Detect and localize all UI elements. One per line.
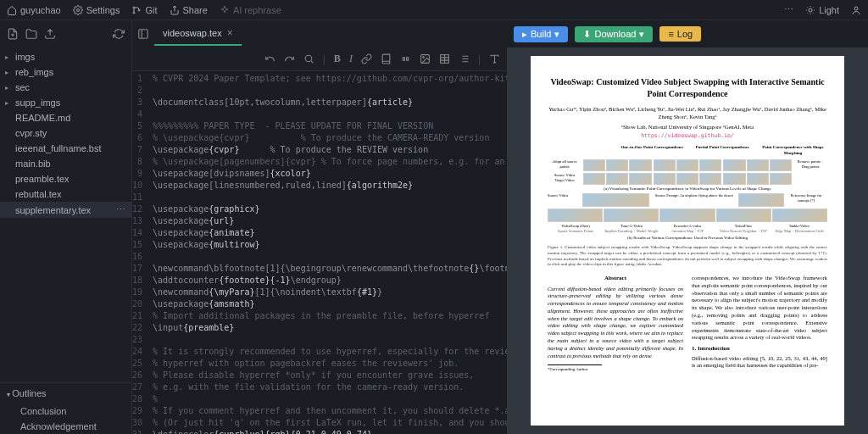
more-menu[interactable]: ⋯ <box>784 4 793 15</box>
sidebar-toolbar <box>0 20 131 47</box>
tab-label: videoswap.tex <box>163 28 222 38</box>
settings-button[interactable]: Settings <box>73 5 120 15</box>
pdf-viewer[interactable]: VideoSwap: Customized Video Subject Swap… <box>507 47 868 434</box>
build-button[interactable]: ▸ Build ▾ <box>514 26 568 42</box>
sparkle-icon <box>220 5 230 15</box>
figure-row: Source Video Source Prompt: An airplane … <box>548 193 827 207</box>
svg-point-7 <box>305 55 312 62</box>
new-folder-icon[interactable] <box>25 28 37 40</box>
editor-pane: videoswap.tex × | B I | 1 2 3 4 5 6 7 8 … <box>132 20 507 434</box>
home-button[interactable]: guyuchao <box>7 5 61 15</box>
outline-item[interactable]: Acknowledgement <box>0 419 131 434</box>
undo-icon[interactable] <box>264 53 275 64</box>
file-item[interactable]: preamble.tex <box>0 171 131 186</box>
account-button[interactable] <box>851 5 861 15</box>
paragraph: correspondences, we introduce the VideoS… <box>692 275 827 342</box>
share-button[interactable]: Share <box>170 5 208 15</box>
file-item[interactable]: rebuttal.tex <box>0 186 131 202</box>
user-label: guyuchao <box>20 5 61 15</box>
figure-row <box>548 209 827 222</box>
log-button[interactable]: ≡ Log <box>659 26 701 42</box>
svg-point-2 <box>133 12 135 14</box>
sun-icon <box>805 5 815 15</box>
top-bar: guyuchao Settings Git Share AI rephrase … <box>0 0 868 20</box>
tab-bar: videoswap.tex × <box>132 20 507 47</box>
image-icon[interactable] <box>420 53 431 64</box>
figure-row: Adopt all source points Remove points + … <box>548 159 827 171</box>
paper-authors: Yuchao Gu¹², Yipin Zhou², Bichen Wu², Li… <box>548 106 827 121</box>
pdf-page: VideoSwap: Customized Video Subject Swap… <box>531 56 844 426</box>
footnote: *Corresponding Author <box>548 364 602 373</box>
theme-toggle[interactable]: Light <box>805 5 839 15</box>
svg-point-9 <box>423 57 425 58</box>
redo-icon[interactable] <box>284 53 295 64</box>
svg-point-0 <box>76 8 79 11</box>
refresh-icon[interactable] <box>113 28 125 40</box>
format-icon[interactable] <box>489 53 500 64</box>
file-item[interactable]: imgs <box>0 49 131 64</box>
file-item[interactable]: main.bib <box>0 156 131 171</box>
search-icon[interactable] <box>303 53 314 64</box>
download-button[interactable]: ⬇ Download ▾ <box>575 26 653 42</box>
abstract-heading: Abstract <box>548 275 683 282</box>
pdf-pane: ▸ Build ▾ ⬇ Download ▾ ≡ Log VideoSwap: … <box>507 20 868 434</box>
paragraph: Diffusion-based video editing [5, 10, 22… <box>692 355 827 370</box>
file-tree[interactable]: imgsreb_imgssecsupp_imgsREADME.mdcvpr.st… <box>0 47 131 382</box>
cite-icon[interactable] <box>400 53 411 64</box>
user-icon <box>851 5 861 15</box>
file-item[interactable]: ieeenat_fullname.bst <box>0 141 131 156</box>
section-heading: 1. Introduction <box>692 345 827 353</box>
git-icon <box>131 5 142 15</box>
explorer-icon[interactable] <box>137 28 149 40</box>
list-icon[interactable] <box>459 53 470 64</box>
sidebar: imgsreb_imgssecsupp_imgsREADME.mdcvpr.st… <box>0 20 132 434</box>
paper-affiliation: ¹Show Lab, National University of Singap… <box>548 124 827 131</box>
reference-icon[interactable] <box>381 53 392 64</box>
svg-point-3 <box>138 9 140 11</box>
svg-point-4 <box>809 8 812 12</box>
editor-toolbar: | B I | <box>132 47 507 71</box>
table-icon[interactable] <box>439 53 450 64</box>
home-icon <box>7 5 17 15</box>
svg-point-5 <box>854 7 858 10</box>
svg-rect-6 <box>139 30 148 39</box>
upload-icon[interactable] <box>44 28 56 40</box>
file-item[interactable]: README.md <box>0 110 131 125</box>
code-editor[interactable]: 1 2 3 4 5 6 7 8 9 10 11 12 13 14 15 16 1… <box>132 71 507 434</box>
file-item[interactable]: reb_imgs <box>0 64 131 80</box>
bold-icon[interactable]: B <box>334 53 341 65</box>
paper-title: VideoSwap: Customized Video Subject Swap… <box>548 76 827 99</box>
gear-icon <box>73 5 83 15</box>
file-item[interactable]: supp_imgs <box>0 95 131 110</box>
figure-row: Source VideoTarget Video <box>548 173 827 185</box>
outline-header[interactable]: Outlines <box>0 383 131 403</box>
abstract-text: Current diffusion-based video editing pr… <box>548 286 683 360</box>
italic-icon[interactable]: I <box>349 53 353 65</box>
figure-caption: Figure 1. Customized video subject swapp… <box>548 245 827 268</box>
file-item[interactable]: supplementary.tex⋯ <box>0 202 131 218</box>
figure-headers: One-to-One Point Correspondence Partial … <box>548 145 827 157</box>
tab-active[interactable]: videoswap.tex × <box>154 22 242 46</box>
paper-url: https://videoswap.github.io/ <box>548 132 827 140</box>
file-item[interactable]: cvpr.sty <box>0 125 131 141</box>
new-file-icon[interactable] <box>7 28 19 40</box>
git-button[interactable]: Git <box>131 5 157 15</box>
file-item[interactable]: sec <box>0 80 131 95</box>
link-icon[interactable] <box>361 53 372 64</box>
close-icon[interactable]: × <box>227 27 233 39</box>
outline-item[interactable]: Conclusion <box>0 403 131 419</box>
share-icon <box>170 5 180 15</box>
svg-point-1 <box>133 7 135 8</box>
pdf-toolbar: ▸ Build ▾ ⬇ Download ▾ ≡ Log <box>507 20 868 47</box>
ai-button[interactable]: AI rephrase <box>220 5 281 15</box>
